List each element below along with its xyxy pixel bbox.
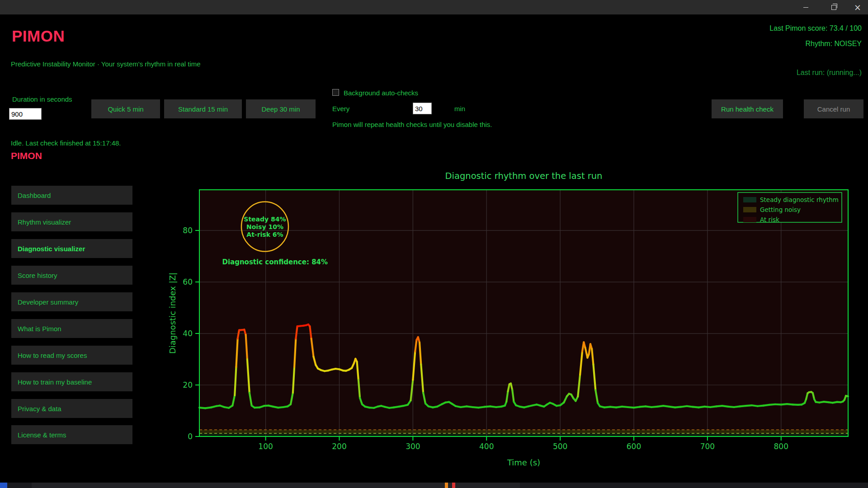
sidebar-item-label: How to read my scores	[18, 352, 87, 359]
status-text: Idle. Last check finished at 15:17:48.	[11, 139, 121, 147]
svg-text:400: 400	[479, 442, 494, 451]
svg-text:At-risk 6%: At-risk 6%	[246, 231, 283, 238]
preset-deep-button[interactable]: Deep 30 min	[246, 99, 316, 118]
every-minutes-input[interactable]	[413, 103, 432, 114]
sidebar-item-label: What is Pimon	[18, 325, 61, 333]
minimize-icon	[803, 7, 808, 8]
svg-text:40: 40	[183, 329, 193, 338]
svg-text:Getting noisy: Getting noisy	[760, 206, 801, 213]
sidebar-item-dashboard[interactable]: Dashboard	[11, 186, 132, 205]
sidebar-item-label: Developer summary	[18, 298, 78, 306]
svg-text:500: 500	[553, 442, 567, 451]
every-label: Every	[332, 105, 349, 113]
svg-text:200: 200	[332, 442, 346, 451]
svg-text:Steady 84%: Steady 84%	[244, 216, 286, 223]
svg-text:20: 20	[183, 380, 193, 389]
preset-standard-button[interactable]: Standard 15 min	[164, 99, 242, 118]
app-title: PIMON	[12, 27, 65, 45]
sidebar-item-what-is-pimon[interactable]: What is Pimon	[11, 319, 132, 338]
restore-button[interactable]	[823, 0, 844, 14]
taskbar-icon-orange[interactable]	[445, 483, 448, 488]
svg-text:800: 800	[774, 442, 788, 451]
svg-text:100: 100	[258, 442, 273, 451]
svg-text:0: 0	[188, 432, 193, 441]
sidebar-item-privacy-data[interactable]: Privacy & data	[11, 399, 132, 418]
last-score-label: Last Pimon score: 73.4 / 100	[769, 24, 862, 33]
sidebar-title: PIMON	[11, 150, 42, 161]
sidebar-item-label: Diagnostic visualizer	[18, 245, 85, 253]
sidebar-item-label: Privacy & data	[18, 405, 61, 413]
autocheck-label: Background auto-checks	[344, 89, 418, 97]
restore-icon	[831, 5, 836, 10]
preset-quick-button[interactable]: Quick 5 min	[91, 99, 160, 118]
sidebar-item-label: Score history	[18, 272, 57, 279]
run-health-check-button[interactable]: Run health check	[712, 99, 783, 118]
close-icon: ×	[854, 3, 861, 12]
taskbar[interactable]	[0, 483, 868, 488]
taskbar-icon-red[interactable]	[452, 483, 455, 488]
duration-label: Duration in seconds	[12, 95, 72, 103]
svg-text:Diagnostic index |Z|: Diagnostic index |Z|	[168, 272, 177, 354]
svg-text:600: 600	[627, 442, 641, 451]
app-window: × PIMON Predictive Instability Monitor ·…	[0, 0, 868, 488]
title-bar: ×	[0, 0, 868, 14]
sidebar-item-label: License & terms	[18, 431, 66, 439]
svg-text:80: 80	[183, 226, 193, 235]
sidebar-item-how-to-train-my-baseline[interactable]: How to train my baseline	[11, 372, 132, 391]
sidebar-item-label: Rhythm visualizer	[18, 218, 71, 226]
svg-text:60: 60	[183, 277, 193, 286]
svg-text:300: 300	[406, 442, 420, 451]
min-label: min	[454, 105, 465, 113]
close-button[interactable]: ×	[847, 0, 868, 14]
sidebar-item-score-history[interactable]: Score history	[11, 266, 132, 285]
sidebar-item-diagnostic-visualizer[interactable]: Diagnostic visualizer	[11, 239, 132, 258]
rhythm-status-label: Rhythm: NOISEY	[806, 40, 862, 48]
svg-text:Diagnostic confidence: 84%: Diagnostic confidence: 84%	[222, 258, 328, 266]
svg-text:Steady diagnostic rhythm: Steady diagnostic rhythm	[760, 196, 839, 203]
app-subtitle: Predictive Instability Monitor · Your sy…	[11, 60, 201, 68]
duration-input[interactable]	[9, 108, 42, 120]
start-button-icon[interactable]	[0, 483, 7, 488]
last-run-label: Last run: (running...)	[797, 69, 862, 77]
cancel-run-button[interactable]: Cancel run	[804, 99, 863, 118]
sidebar-item-rhythm-visualizer[interactable]: Rhythm visualizer	[11, 212, 132, 231]
sidebar-item-how-to-read-my-scores[interactable]: How to read my scores	[11, 346, 132, 365]
svg-text:700: 700	[700, 442, 715, 451]
sidebar-item-label: How to train my baseline	[18, 378, 92, 386]
svg-text:At risk: At risk	[760, 216, 779, 223]
sidebar-item-label: Dashboard	[18, 192, 51, 199]
minimize-button[interactable]	[795, 0, 816, 14]
diagnostic-rhythm-chart: 100200300400500600700800020406080Diagnos…	[140, 154, 863, 475]
autocheck-caption: Pimon will repeat health checks until yo…	[332, 121, 492, 128]
svg-text:Noisy 10%: Noisy 10%	[246, 223, 283, 230]
svg-text:Time (s): Time (s)	[507, 458, 540, 467]
autocheck-checkbox[interactable]	[332, 89, 339, 96]
svg-text:Diagnostic rhythm over the las: Diagnostic rhythm over the last run	[445, 171, 603, 181]
sidebar-item-license-terms[interactable]: License & terms	[11, 425, 132, 444]
sidebar-item-developer-summary[interactable]: Developer summary	[11, 292, 132, 311]
